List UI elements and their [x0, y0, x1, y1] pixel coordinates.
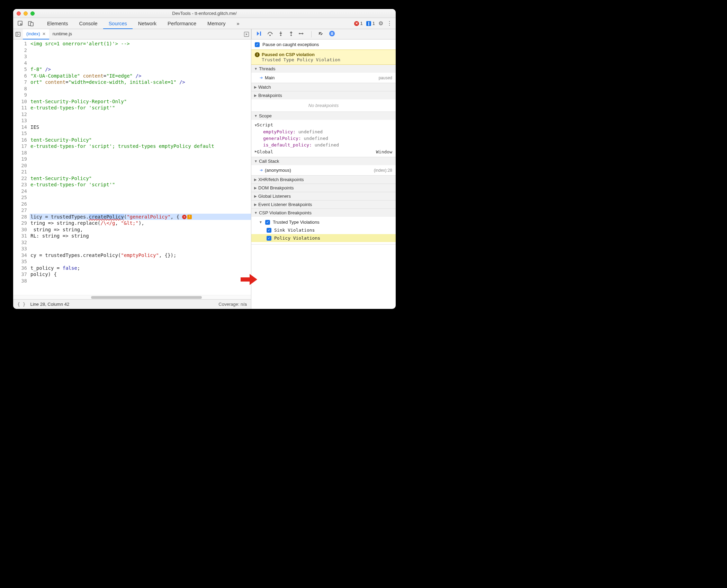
- navigator-toggle-icon[interactable]: [13, 32, 23, 37]
- pause-on-caught-checkbox[interactable]: ✓ Pause on caught exceptions: [251, 39, 396, 50]
- code-line[interactable]: [30, 239, 251, 246]
- tab-network[interactable]: Network: [133, 18, 162, 29]
- csp-sink-violations[interactable]: ✓ Sink Violations: [251, 226, 396, 234]
- section-header[interactable]: ▶DOM Breakpoints: [251, 184, 396, 192]
- code-line[interactable]: <img src=1 onerror='alert(1)'> -->: [30, 41, 251, 47]
- section-header[interactable]: ▶Global Listeners: [251, 192, 396, 200]
- tab-performance[interactable]: Performance: [162, 18, 202, 29]
- code-line[interactable]: ort" content="width=device-width, initia…: [30, 79, 251, 86]
- info-icon: i: [255, 52, 260, 57]
- section-header[interactable]: ▶Event Listener Breakpoints: [251, 201, 396, 208]
- code-line[interactable]: [30, 53, 251, 60]
- code-line[interactable]: string => string,: [30, 226, 251, 233]
- code-line[interactable]: "X-UA-Compatible" content="IE=edge" />: [30, 73, 251, 79]
- breakpoints-header[interactable]: ▶Breakpoints: [251, 91, 396, 99]
- code-line[interactable]: [30, 207, 251, 214]
- step-icon[interactable]: [299, 31, 305, 37]
- current-thread-arrow-icon: ➔: [260, 75, 263, 80]
- inspect-element-icon[interactable]: [17, 20, 24, 27]
- code-line[interactable]: tring => string.replace(/\</g, "&lt;"),: [30, 220, 251, 226]
- pretty-print-icon[interactable]: { }: [17, 302, 25, 307]
- callstack-frame[interactable]: ➔ (anonymous) (index):28: [251, 167, 396, 174]
- scope-header[interactable]: ▼Scope: [251, 112, 396, 120]
- device-toggle-icon[interactable]: [28, 20, 34, 27]
- code-line[interactable]: [30, 156, 251, 162]
- code-line[interactable]: [30, 92, 251, 98]
- close-icon[interactable]: ✕: [42, 32, 46, 36]
- code-line[interactable]: [30, 86, 251, 92]
- code-line[interactable]: tent-Security-Policy": [30, 175, 251, 182]
- code-line[interactable]: [30, 246, 251, 252]
- thread-main[interactable]: ➔ Main paused: [251, 74, 396, 81]
- error-count-badge[interactable]: ✕ 1: [354, 21, 363, 26]
- csp-violation-header[interactable]: ▼CSP Violation Breakpoints: [251, 209, 396, 217]
- scope-variable[interactable]: emptyPolicy: undefined: [251, 128, 396, 135]
- code-line[interactable]: e-trusted-types-for 'script'": [30, 181, 251, 188]
- svg-point-9: [299, 33, 300, 34]
- code-line[interactable]: e-trusted-types-for 'script'": [30, 105, 251, 111]
- code-line[interactable]: [30, 47, 251, 54]
- debug-controls: [251, 29, 396, 39]
- settings-gear-icon[interactable]: ⚙: [378, 20, 383, 27]
- deactivate-breakpoints-icon[interactable]: [318, 30, 324, 38]
- code-line[interactable]: tent-Security-Policy-Report-Only": [30, 98, 251, 105]
- pause-exceptions-icon[interactable]: [329, 30, 335, 38]
- threads-header[interactable]: ▼Threads: [251, 65, 396, 73]
- scope-variable[interactable]: is_default_policy: undefined: [251, 142, 396, 148]
- scope-global[interactable]: ▶GlobalWindow: [251, 148, 396, 155]
- csp-trusted-type[interactable]: ▼✓ Trusted Type Violations: [251, 218, 396, 226]
- tab-overflow[interactable]: »: [231, 18, 245, 29]
- code-line[interactable]: [30, 188, 251, 195]
- callstack-header[interactable]: ▼Call Stack: [251, 157, 396, 165]
- code-line[interactable]: IES: [30, 124, 251, 131]
- csp-policy-violations[interactable]: ✓ Policy Violations: [251, 234, 396, 242]
- code-line[interactable]: [30, 201, 251, 207]
- horizontal-scrollbar[interactable]: [13, 295, 251, 299]
- tab-console[interactable]: Console: [73, 18, 103, 29]
- run-snippet-icon[interactable]: [242, 32, 251, 37]
- step-over-icon[interactable]: [267, 30, 273, 38]
- code-line[interactable]: [30, 169, 251, 175]
- code-line[interactable]: f-8" />: [30, 66, 251, 73]
- file-tab-runtime[interactable]: runtime.js: [49, 29, 75, 39]
- code-line[interactable]: RL: string => string: [30, 233, 251, 239]
- file-tab-index[interactable]: (index) ✕: [23, 29, 49, 39]
- code-line[interactable]: [30, 130, 251, 137]
- scope-script[interactable]: ▼Script: [251, 121, 396, 128]
- message-count-badge[interactable]: ❙ 1: [366, 21, 375, 26]
- code-line[interactable]: [30, 194, 251, 201]
- code-line[interactable]: tent-Security-Policy": [30, 137, 251, 143]
- panel-tabs: Elements Console Sources Network Perform…: [38, 18, 245, 29]
- editor-statusbar: { } Line 28, Column 42 Coverage: n/a: [13, 299, 251, 309]
- code-lines[interactable]: <img src=1 onerror='alert(1)'> -->f-8" /…: [30, 39, 251, 295]
- step-out-icon[interactable]: [288, 31, 294, 37]
- window-minimize-button[interactable]: [24, 11, 28, 16]
- section-header[interactable]: ▶XHR/fetch Breakpoints: [251, 176, 396, 184]
- coverage-status: Coverage: n/a: [218, 302, 247, 307]
- window-maximize-button[interactable]: [30, 11, 35, 16]
- more-menu-icon[interactable]: ⋮: [387, 20, 392, 27]
- tab-elements[interactable]: Elements: [42, 18, 73, 29]
- window-titlebar: DevTools - tt-enforced.glitch.me/: [13, 9, 396, 18]
- code-line[interactable]: e-trusted-types-for 'script'; trusted-ty…: [30, 143, 251, 150]
- code-line[interactable]: policy) {: [30, 271, 251, 278]
- code-line[interactable]: [30, 150, 251, 156]
- resume-icon[interactable]: [256, 30, 262, 38]
- code-line[interactable]: [30, 258, 251, 265]
- scope-variable[interactable]: generalPolicy: undefined: [251, 135, 396, 142]
- step-into-icon[interactable]: [278, 31, 284, 37]
- window-close-button[interactable]: [17, 11, 21, 16]
- code-line[interactable]: [30, 60, 251, 66]
- tab-memory[interactable]: Memory: [202, 18, 231, 29]
- code-line[interactable]: [30, 162, 251, 169]
- watch-header[interactable]: ▶Watch: [251, 83, 396, 91]
- code-line[interactable]: cy = trustedTypes.createPolicy("emptyPol…: [30, 252, 251, 259]
- code-line[interactable]: [30, 278, 251, 284]
- code-line[interactable]: licy = trustedTypes.createPolicy("genera…: [30, 214, 251, 220]
- code-line[interactable]: [30, 111, 251, 118]
- tab-sources[interactable]: Sources: [103, 18, 133, 29]
- code-line[interactable]: t_policy = false;: [30, 265, 251, 271]
- svg-rect-5: [260, 32, 261, 36]
- devtools-window: DevTools - tt-enforced.glitch.me/ Elemen…: [13, 9, 396, 309]
- code-line[interactable]: [30, 117, 251, 124]
